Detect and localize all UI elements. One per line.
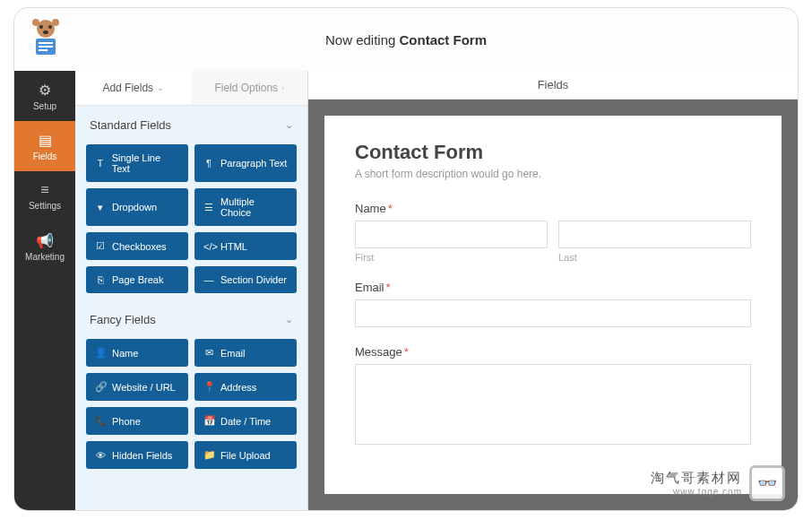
first-sublabel: First [355, 252, 548, 263]
fields-panel: Add Fields⌄ Field Options› Standard Fiel… [75, 71, 308, 510]
sidebar-item-label: Marketing [25, 252, 65, 262]
field-dropdown[interactable]: ▾Dropdown [86, 188, 188, 226]
svg-rect-9 [39, 49, 48, 51]
svg-point-1 [39, 25, 43, 29]
sidebar-item-label: Fields [33, 152, 57, 161]
sliders-icon: ≡ [40, 182, 48, 198]
calendar-icon: 📅 [203, 415, 214, 427]
form-field-name[interactable]: Name* First Last [355, 202, 751, 263]
watermark: 淘气哥素材网 www.tqge.com 👓 [651, 465, 785, 501]
required-icon: * [388, 202, 393, 215]
form-description: A short form description would go here. [355, 168, 751, 180]
eye-icon: 👁 [95, 450, 106, 461]
field-file-upload[interactable]: 📁File Upload [194, 441, 297, 469]
svg-point-5 [52, 19, 59, 26]
code-icon: </> [203, 241, 214, 252]
field-section-divider[interactable]: —Section Divider [194, 266, 297, 293]
link-icon: 🔗 [95, 381, 106, 393]
field-multiple-choice[interactable]: ☰Multiple Choice [194, 188, 297, 226]
glasses-icon: 👓 [757, 473, 777, 493]
tab-add-fields[interactable]: Add Fields⌄ [75, 71, 192, 105]
first-name-input[interactable] [355, 221, 548, 248]
dropdown-icon: ▾ [95, 202, 106, 213]
sidebar-item-settings[interactable]: ≡ Settings [14, 171, 75, 221]
chevron-down-icon: ⌄ [285, 314, 293, 325]
field-date-time[interactable]: 📅Date / Time [194, 407, 297, 435]
group-standard-fields[interactable]: Standard Fields⌄ [75, 106, 307, 144]
chevron-right-icon: › [281, 83, 284, 92]
page-title: Now editing Contact Form [14, 32, 798, 48]
page-break-icon: ⎘ [95, 274, 106, 285]
sidebar-item-label: Settings [29, 201, 61, 211]
paragraph-icon: ¶ [203, 158, 214, 169]
last-name-input[interactable] [558, 221, 751, 248]
gear-icon: ⚙ [39, 82, 51, 99]
sidebar-item-fields[interactable]: ▤ Fields [14, 121, 75, 171]
last-sublabel: Last [558, 252, 751, 263]
list-icon: ☰ [203, 202, 214, 213]
field-website-url[interactable]: 🔗Website / URL [86, 373, 188, 401]
field-hidden-fields[interactable]: 👁Hidden Fields [86, 441, 188, 469]
field-checkboxes[interactable]: ☑Checkboxes [86, 232, 188, 260]
required-icon: * [386, 281, 391, 294]
divider-icon: — [203, 274, 214, 285]
text-icon: T [95, 158, 106, 169]
form-field-message[interactable]: Message* [355, 345, 751, 448]
field-phone[interactable]: 📞Phone [86, 407, 188, 435]
person-icon: 👤 [95, 347, 106, 359]
message-input[interactable] [355, 364, 751, 445]
svg-point-2 [48, 25, 52, 29]
required-icon: * [404, 345, 409, 359]
wpforms-logo [23, 15, 68, 60]
sidebar-item-setup[interactable]: ⚙ Setup [14, 71, 75, 121]
form-field-email[interactable]: Email* [355, 281, 751, 327]
field-name[interactable]: 👤Name [86, 339, 188, 367]
folder-icon: 📁 [203, 449, 214, 461]
field-paragraph-text[interactable]: ¶Paragraph Text [194, 144, 297, 182]
left-sidebar: ⚙ Setup ▤ Fields ≡ Settings 📢 Marketing [14, 71, 75, 510]
group-fancy-fields[interactable]: Fancy Fields⌄ [75, 300, 307, 339]
top-bar: Now editing Contact Form [14, 8, 798, 71]
field-email[interactable]: ✉Email [194, 339, 297, 367]
field-single-line-text[interactable]: TSingle Line Text [86, 144, 188, 182]
watermark-avatar: 👓 [749, 465, 785, 501]
checkbox-icon: ☑ [95, 240, 106, 252]
field-page-break[interactable]: ⎘Page Break [86, 266, 188, 293]
svg-rect-8 [39, 46, 53, 48]
svg-rect-7 [39, 42, 53, 44]
envelope-icon: ✉ [203, 347, 214, 359]
form-title: Contact Form [355, 141, 751, 164]
svg-point-3 [43, 30, 48, 34]
field-html[interactable]: </>HTML [194, 232, 297, 260]
chevron-down-icon: ⌄ [157, 83, 164, 92]
canvas-header: Fields [308, 71, 798, 100]
sidebar-item-marketing[interactable]: 📢 Marketing [14, 221, 75, 272]
sidebar-item-label: Setup [33, 101, 56, 111]
field-address[interactable]: 📍Address [194, 373, 297, 401]
megaphone-icon: 📢 [36, 232, 54, 249]
chevron-down-icon: ⌄ [285, 119, 293, 131]
form-preview: Contact Form A short form description wo… [324, 116, 782, 494]
svg-point-4 [32, 19, 39, 26]
phone-icon: 📞 [95, 415, 106, 427]
email-input[interactable] [355, 299, 751, 327]
pin-icon: 📍 [203, 381, 214, 393]
form-icon: ▤ [39, 132, 52, 149]
tab-field-options[interactable]: Field Options› [192, 71, 308, 105]
